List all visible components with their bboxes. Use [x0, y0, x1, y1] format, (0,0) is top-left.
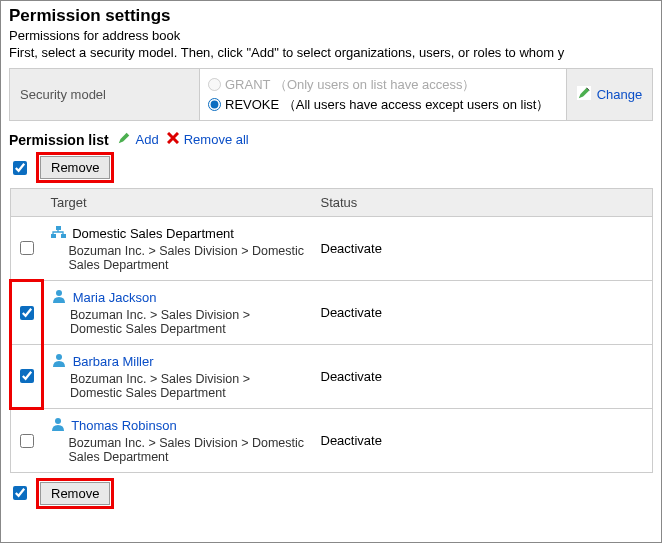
highlight-remove-top: Remove: [36, 152, 114, 183]
page-subtitle: Permissions for address book: [9, 28, 653, 43]
col-check: [11, 189, 43, 217]
revoke-label: REVOKE （All users have access except use…: [225, 95, 549, 115]
pencil-icon: [577, 86, 591, 103]
grant-option[interactable]: GRANT （Only users on list have access）: [208, 75, 558, 95]
pencil-add-icon: [117, 131, 131, 148]
svg-rect-4: [61, 234, 66, 238]
table-row: Barbara Miller Bozuman Inc. > Sales Divi…: [11, 344, 653, 408]
permission-table: Target Status Domestic Sales Department …: [9, 188, 653, 473]
row-checkbox[interactable]: [20, 306, 34, 320]
target-path: Bozuman Inc. > Sales Division > Domestic…: [52, 372, 305, 400]
security-model-label: Security model: [10, 69, 200, 120]
x-icon: [167, 132, 179, 147]
page: Permission settings Permissions for addr…: [0, 0, 662, 543]
target-path: Bozuman Inc. > Sales Division > Domestic…: [51, 436, 305, 464]
row-checkbox[interactable]: [20, 241, 34, 255]
user-icon: [52, 289, 66, 306]
status-cell: Deactivate: [313, 408, 653, 472]
target-name[interactable]: Barbara Miller: [73, 354, 154, 369]
table-row: Maria Jackson Bozuman Inc. > Sales Divis…: [11, 280, 653, 344]
table-header-row: Target Status: [11, 189, 653, 217]
org-icon: [51, 226, 66, 242]
user-icon: [52, 353, 66, 370]
revoke-radio[interactable]: [208, 98, 221, 111]
svg-rect-2: [56, 226, 61, 230]
table-row: Domestic Sales Department Bozuman Inc. >…: [11, 217, 653, 281]
remove-bar-top: Remove: [9, 152, 653, 183]
grant-radio[interactable]: [208, 78, 221, 91]
target-name[interactable]: Maria Jackson: [73, 290, 157, 305]
permission-list-header: Permission list Add Remove all: [9, 131, 653, 148]
add-button[interactable]: Add: [117, 131, 159, 148]
target-path: Bozuman Inc. > Sales Division > Domestic…: [52, 308, 305, 336]
security-model-box: Security model GRANT （Only users on list…: [9, 68, 653, 121]
highlight-remove-bottom: Remove: [36, 478, 114, 509]
remove-button-bottom[interactable]: Remove: [40, 482, 110, 505]
status-cell: Deactivate: [313, 344, 653, 408]
user-icon: [51, 417, 65, 434]
target-name: Domestic Sales Department: [72, 226, 234, 241]
page-title: Permission settings: [9, 6, 653, 26]
select-all-checkbox-top[interactable]: [13, 161, 27, 175]
target-name[interactable]: Thomas Robinson: [71, 418, 177, 433]
svg-point-7: [55, 418, 61, 424]
table-row: Thomas Robinson Bozuman Inc. > Sales Div…: [11, 408, 653, 472]
page-instruction: First, select a security model. Then, cl…: [9, 45, 653, 60]
status-cell: Deactivate: [313, 217, 653, 281]
revoke-option[interactable]: REVOKE （All users have access except use…: [208, 95, 558, 115]
status-cell: Deactivate: [313, 280, 653, 344]
grant-label: GRANT （Only users on list have access）: [225, 75, 475, 95]
select-all-checkbox-bottom[interactable]: [13, 486, 27, 500]
remove-all-button[interactable]: Remove all: [167, 132, 249, 147]
row-checkbox[interactable]: [20, 369, 34, 383]
col-status: Status: [313, 189, 653, 217]
row-checkbox[interactable]: [20, 434, 34, 448]
change-button[interactable]: Change: [567, 69, 652, 120]
remove-button-top[interactable]: Remove: [40, 156, 110, 179]
target-path: Bozuman Inc. > Sales Division > Domestic…: [51, 244, 305, 272]
remove-bar-bottom: Remove: [9, 478, 653, 509]
svg-point-5: [56, 290, 62, 296]
svg-rect-3: [51, 234, 56, 238]
col-target: Target: [43, 189, 313, 217]
permission-list-title: Permission list: [9, 132, 109, 148]
svg-point-6: [56, 354, 62, 360]
security-model-options: GRANT （Only users on list have access） R…: [200, 69, 567, 120]
